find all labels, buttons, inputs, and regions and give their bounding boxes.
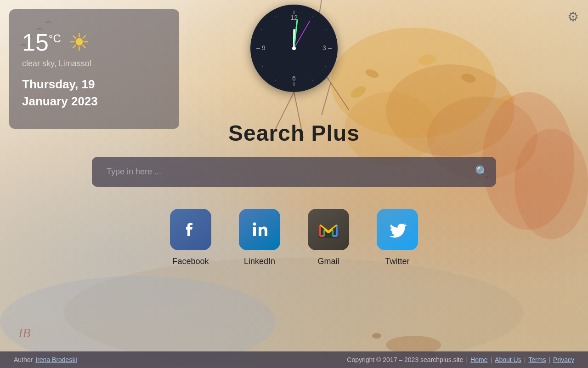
social-icons-row: Facebook LinkedIn: [170, 209, 418, 266]
svg-rect-23: [253, 227, 256, 236]
footer-links-section: Copyright © 2017 – 2023 searchplus.site …: [347, 356, 574, 363]
artist-signature: IB: [18, 326, 30, 340]
footer-sep-1: |: [466, 356, 468, 363]
facebook-icon-box: [170, 209, 211, 250]
svg-point-24: [253, 222, 256, 225]
settings-button[interactable]: ⚙: [567, 9, 579, 24]
footer-link-terms[interactable]: Terms: [528, 356, 546, 363]
facebook-icon: [181, 219, 201, 240]
gmail-shortcut[interactable]: Gmail: [308, 209, 349, 266]
twitter-icon: [387, 219, 407, 240]
search-input[interactable]: [92, 157, 496, 187]
clock-widget: [250, 5, 338, 92]
footer-copyright: Copyright © 2017 – 2023 searchplus.site: [347, 356, 463, 363]
author-name-link[interactable]: Irena Brodeski: [35, 356, 77, 363]
search-title: Search Plus: [228, 121, 360, 146]
facebook-label: Facebook: [172, 257, 209, 266]
search-bar-wrapper: 🔍: [92, 157, 496, 187]
temperature: 15°C: [22, 30, 61, 54]
gmail-icon-box: [308, 209, 349, 250]
search-button[interactable]: 🔍: [475, 165, 489, 178]
linkedin-label: LinkedIn: [244, 257, 275, 266]
linkedin-icon-box: [239, 209, 280, 250]
weather-widget: 15°C ☀ clear sky, Limassol Thursday, 19 …: [9, 9, 179, 129]
clock-face: [250, 5, 338, 92]
linkedin-icon: [249, 219, 270, 240]
search-icon: 🔍: [475, 165, 489, 178]
twitter-shortcut[interactable]: Twitter: [377, 209, 418, 266]
weather-date: Thursday, 19 January 2023: [22, 76, 166, 109]
gear-icon: ⚙: [567, 10, 579, 24]
footer-sep-2: |: [490, 356, 492, 363]
footer: Author Irena Brodeski Copyright © 2017 –…: [0, 351, 588, 368]
twitter-label: Twitter: [385, 257, 409, 266]
twitter-icon-box: [377, 209, 418, 250]
gmail-label: Gmail: [317, 257, 339, 266]
gmail-icon: [317, 220, 340, 239]
footer-link-about-us[interactable]: About Us: [495, 356, 521, 363]
footer-sep-3: |: [524, 356, 526, 363]
footer-sep-4: |: [548, 356, 550, 363]
footer-link-home[interactable]: Home: [470, 356, 487, 363]
sun-icon: ☀: [68, 29, 90, 56]
author-prefix: Author: [14, 356, 33, 363]
linkedin-shortcut[interactable]: LinkedIn: [239, 209, 280, 266]
footer-link-privacy[interactable]: Privacy: [553, 356, 574, 363]
footer-author-section: Author Irena Brodeski: [14, 356, 77, 363]
facebook-shortcut[interactable]: Facebook: [170, 209, 211, 266]
weather-description: clear sky, Limassol: [22, 59, 166, 69]
